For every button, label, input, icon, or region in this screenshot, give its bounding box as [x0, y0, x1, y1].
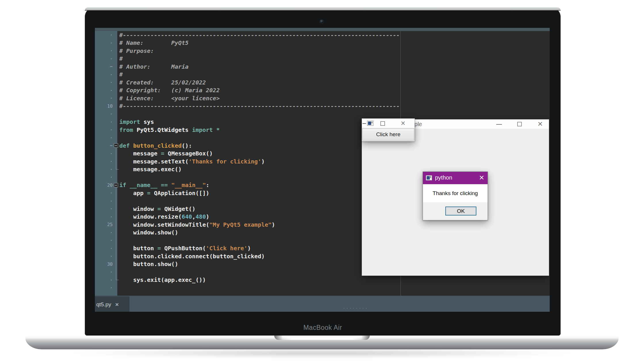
maximize-icon[interactable]	[380, 121, 385, 126]
gutter-cell: ·	[95, 95, 117, 101]
code-text: button.clicked.connect(button_clicked)	[117, 253, 265, 260]
message-box-title: python	[435, 174, 452, 181]
code-text: def button_clicked():	[117, 142, 192, 149]
code-text: message.exec()	[117, 166, 182, 173]
gutter-cell: ·	[95, 32, 117, 38]
code-text: # Copyright: (c) Maria 2022	[117, 87, 220, 94]
app-window-icon	[426, 175, 432, 180]
code-text: window.resize(640,480)	[117, 213, 209, 220]
code-text: # Licence: <your licence>	[117, 95, 220, 102]
code-line: ·# Name: PyQt5	[95, 39, 550, 47]
lid-top-edge	[85, 7, 561, 11]
file-tab[interactable]: qt5.py ×	[95, 296, 129, 312]
gutter-cell: ·	[95, 238, 117, 243]
gutter-cell: ·	[95, 72, 117, 77]
laptop-base	[25, 336, 619, 349]
minimize-icon[interactable]	[496, 124, 502, 125]
fold-toggle-def-icon[interactable]: −	[114, 143, 118, 148]
gutter-cell: ·	[95, 167, 117, 172]
tab-close-icon[interactable]: ×	[115, 301, 119, 308]
code-text: #	[117, 55, 123, 62]
code-text: #	[117, 71, 123, 78]
gutter-cell: 10	[95, 103, 117, 109]
click-here-button[interactable]: Click here	[362, 128, 414, 140]
code-text: import sys	[117, 118, 154, 125]
gutter-cell: 25	[95, 222, 117, 227]
gutter-cell: ·	[95, 198, 117, 204]
gutter-cell: ·	[95, 230, 117, 235]
editor-top-strip	[95, 28, 550, 31]
code-line: ·#	[95, 71, 550, 79]
code-line: ·	[95, 284, 550, 292]
gutter-cell: ·	[95, 119, 117, 125]
file-tab-label: qt5.py	[95, 301, 111, 308]
fold-elbow-def	[116, 169, 119, 170]
code-text: # Purpose:	[117, 47, 154, 54]
editor-tab-bar: qt5.py × ········	[95, 296, 550, 312]
gutter-cell: ·	[95, 214, 117, 219]
laptop-shadow	[63, 349, 581, 357]
close-icon[interactable]: ×	[479, 173, 484, 182]
gutter-cell: ·	[95, 285, 117, 290]
code-line: ·# Licence: <your licence>	[95, 94, 550, 102]
gutter-cell: ·	[95, 48, 117, 53]
message-box-window: python × Thanks for clicking OK	[423, 172, 488, 220]
gutter-cell: ·	[95, 269, 117, 275]
gutter-cell: ·	[95, 80, 117, 85]
code-text: app = QApplication([])	[117, 190, 209, 197]
fold-elbow-main	[116, 280, 119, 280]
code-text: button = QPushButton('Click here')	[117, 245, 251, 252]
code-line: 10#-------------------------------------…	[95, 102, 550, 110]
code-line: ·#--------------------------------------…	[95, 31, 550, 39]
button-window-titlebar[interactable]: ×	[362, 119, 415, 128]
code-text: message.setText('Thanks for clicking')	[117, 158, 265, 165]
code-line: ·#	[95, 55, 550, 63]
ok-button[interactable]: OK	[445, 207, 476, 215]
fold-guide-main	[116, 187, 116, 280]
gutter-cell: ·	[95, 190, 117, 196]
fold-toggle-main-icon[interactable]: −	[114, 183, 118, 187]
app-window-icon	[367, 121, 373, 126]
gutter-cell: ·	[95, 127, 117, 132]
code-line: ·	[95, 110, 550, 118]
gutter-cell: ·	[95, 151, 117, 156]
code-text: window.show()	[117, 229, 178, 236]
code-text: #---------------------------------------…	[117, 103, 400, 109]
lid-open-notch	[274, 336, 370, 340]
minimize-icon[interactable]	[363, 123, 366, 124]
code-line: ·# Purpose:	[95, 47, 550, 55]
button-window: × Click here	[362, 118, 415, 141]
macbook-mockup: ·#--------------------------------------…	[0, 0, 644, 362]
code-text: from PyQt5.QtWidgets import *	[117, 126, 220, 133]
gutter-cell: ·	[95, 277, 117, 283]
gutter-cell: ·	[95, 56, 117, 61]
gutter-cell: ·	[95, 111, 117, 117]
message-box-titlebar[interactable]: python ×	[423, 172, 488, 184]
code-text: window = QWidget()	[117, 205, 195, 212]
code-line: ·# Copyright: (c) Maria 2022	[95, 86, 550, 95]
gutter-cell: ·	[95, 246, 117, 251]
gutter-cell: 30	[95, 261, 117, 267]
code-text: # Name: PyQt5	[117, 39, 189, 46]
gutter-cell: ·	[95, 159, 117, 164]
message-text: Thanks for clicking	[423, 184, 488, 202]
fold-guide-def	[116, 148, 116, 169]
gutter-cell: ·	[95, 174, 117, 180]
code-text: sys.exit(app.exec_())	[117, 276, 206, 283]
ide-screen: ·#--------------------------------------…	[95, 28, 550, 312]
splitter-gripper-icon[interactable]: ········	[343, 306, 368, 311]
gutter-cell: ·	[95, 40, 117, 46]
gutter-cell: ·	[95, 253, 117, 259]
laptop-lid: ·#--------------------------------------…	[85, 7, 561, 336]
code-text: #---------------------------------------…	[117, 32, 400, 38]
maximize-icon[interactable]	[517, 122, 522, 126]
gutter-cell: −	[95, 64, 117, 69]
close-icon[interactable]: ×	[538, 120, 543, 128]
close-icon[interactable]: ×	[401, 119, 405, 128]
gutter-cell: ·	[95, 206, 117, 211]
code-line: −# Author: Maria	[95, 63, 550, 71]
code-text: if __name__ == "__main__":	[117, 182, 209, 188]
code-line: · sys.exit(app.exec_())	[95, 276, 550, 284]
gutter-cell: ·	[95, 135, 117, 140]
webcam-icon	[320, 20, 323, 23]
